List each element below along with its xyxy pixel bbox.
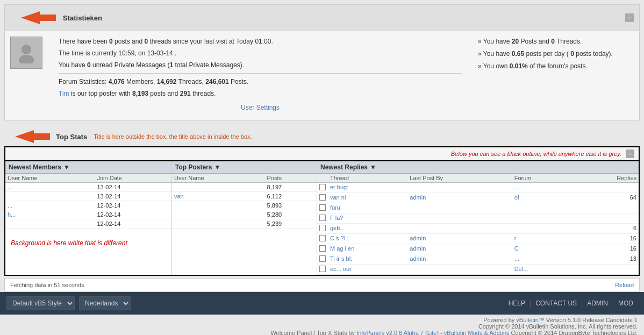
infopanels-link[interactable]: InfoPanels v2.0.6 Alpha 7 (Lite) — [356, 330, 439, 335]
top-poster-text: is our top poster with — [71, 90, 132, 97]
reply-forum[interactable]: ... — [512, 254, 572, 265]
member-name[interactable] — [5, 219, 95, 229]
time-line: The time is currently 10:59, on 13-03-14… — [59, 48, 462, 58]
poster-name[interactable] — [172, 210, 265, 219]
newest-replies-sort-icon[interactable]: ▼ — [370, 163, 376, 171]
poster-posts: 5,239 — [265, 219, 317, 229]
copyright-line: Copyright © 2014 vBulletin Solutions, In… — [6, 323, 638, 330]
member-name[interactable]: h... — [5, 210, 95, 219]
table-row: ... 12-02-14 — [5, 201, 171, 210]
table-row: foru — [317, 203, 639, 213]
reply-lastpostby[interactable]: admin — [407, 234, 512, 244]
reply-forum[interactable]: Del... — [512, 265, 572, 275]
poster-name[interactable] — [172, 219, 265, 229]
top-stats-collapse-button[interactable]: − — [626, 149, 634, 158]
collapse-button[interactable]: − — [625, 13, 634, 22]
reply-forum[interactable]: of — [512, 193, 572, 203]
table-row: ec... our Del... — [317, 265, 639, 275]
language-selector[interactable]: Nederlands — [79, 296, 131, 310]
table-row: 5,893 — [172, 201, 317, 210]
contact-link[interactable]: CONTACT US — [531, 300, 581, 307]
admin-link[interactable]: ADMIN — [583, 300, 612, 307]
poster-name[interactable] — [172, 183, 265, 192]
table-row: van ni admin of 64 — [317, 193, 639, 203]
reply-lastpostby[interactable] — [407, 183, 512, 193]
member-name[interactable]: ... — [5, 201, 95, 210]
reply-thread[interactable]: ec... our — [328, 265, 407, 275]
top-stats-arrow-icon — [4, 127, 53, 146]
mods-addons-link[interactable]: vBulletin Mods & Addons — [444, 330, 510, 335]
vbulletin-link[interactable]: vBulletin™ — [516, 317, 545, 323]
reply-thread[interactable]: er bug: — [328, 183, 407, 193]
divider — [59, 73, 462, 74]
reply-forum[interactable]: ... — [512, 183, 572, 193]
reply-forum[interactable] — [512, 213, 572, 224]
user-settings-link[interactable]: User Settings — [241, 104, 280, 111]
reply-lastpostby[interactable] — [407, 213, 512, 224]
mod-link[interactable]: MOD — [614, 300, 638, 307]
table-row: geb... 6 — [317, 224, 639, 234]
table-row: M ag i en admin C 16 — [317, 244, 639, 254]
reply-checkbox[interactable] — [319, 245, 326, 252]
style-selects-area: Default vB5 Style Nederlands — [6, 296, 131, 310]
top-poster-link[interactable]: Tim — [59, 90, 69, 97]
top-posters-label: Top Posters — [175, 163, 212, 171]
member-name[interactable] — [5, 192, 95, 201]
table-row: 13-02-14 — [5, 192, 171, 201]
reply-forum[interactable] — [512, 224, 572, 234]
newest-replies-col: Newest Replies ▼ Thread Last Post By For… — [317, 161, 639, 275]
page-wrapper: Statistieken − There have been 0 posts a… — [0, 0, 644, 335]
bottom-toolbar: Default vB5 Style Nederlands HELP | CONT… — [0, 292, 644, 315]
help-link[interactable]: HELP — [504, 300, 529, 307]
reply-count — [571, 265, 639, 275]
reply-forum[interactable]: C — [512, 244, 572, 254]
style-selector[interactable]: Default vB5 Style — [6, 296, 75, 310]
reply-thread[interactable]: Ti ir s bl: — [328, 254, 407, 265]
col-posts-header: Posts — [265, 174, 317, 183]
user-settings-area: User Settings — [59, 101, 462, 115]
reply-thread[interactable]: geb... — [328, 224, 407, 234]
reply-count — [571, 213, 639, 224]
reply-checkbox[interactable] — [319, 194, 326, 201]
col-joindate-header: Join Date — [95, 174, 171, 183]
reply-thread[interactable]: F la? — [328, 213, 407, 224]
reply-checkbox[interactable] — [319, 266, 326, 272]
reply-checkbox[interactable] — [319, 204, 326, 211]
top-poster-posts: 8,193 — [132, 90, 148, 97]
reply-checkbox[interactable] — [319, 255, 326, 262]
my-threads-count: 0 — [551, 38, 555, 45]
table-row: 5,280 — [172, 210, 317, 219]
top-posters-sort-icon[interactable]: ▼ — [214, 163, 220, 171]
reply-lastpostby[interactable]: admin — [407, 244, 512, 254]
table-row: C s ?I : admin r 16 — [317, 234, 639, 244]
reply-forum[interactable]: r — [512, 234, 572, 244]
col-poster-username-header: User Name — [172, 174, 265, 183]
reload-link[interactable]: Reload — [615, 282, 634, 288]
newest-members-sort-icon[interactable]: ▼ — [63, 163, 70, 171]
reply-lastpostby[interactable] — [407, 203, 512, 213]
reply-thread[interactable]: van ni — [328, 193, 407, 203]
svg-point-2 — [22, 45, 31, 54]
reply-lastpostby[interactable] — [407, 265, 512, 275]
poster-name[interactable] — [172, 201, 265, 210]
member-join-date: 12-02-14 — [95, 219, 171, 229]
reply-checkbox[interactable] — [319, 184, 326, 190]
reply-lastpostby[interactable]: admin — [407, 193, 512, 203]
reply-checkbox-cell — [317, 213, 328, 224]
posts-today: 0 — [570, 50, 574, 58]
poster-name[interactable]: van — [172, 192, 265, 201]
reply-thread[interactable]: C s ?I : — [328, 234, 407, 244]
member-name[interactable]: ... — [5, 183, 95, 192]
reply-checkbox[interactable] — [319, 225, 326, 231]
reply-lastpostby[interactable] — [407, 224, 512, 234]
reply-forum[interactable] — [512, 203, 572, 213]
reply-thread[interactable]: foru — [328, 203, 407, 213]
col-replies-header: Replies — [571, 174, 639, 183]
reply-checkbox[interactable] — [319, 215, 326, 221]
reply-thread[interactable]: M ag i en — [328, 244, 407, 254]
my-posts-count: 20 — [512, 38, 519, 45]
reply-lastpostby[interactable]: admin — [407, 254, 512, 265]
reply-checkbox[interactable] — [319, 235, 326, 241]
members-count: 4,076 — [109, 78, 125, 85]
reply-checkbox-cell — [317, 254, 328, 265]
